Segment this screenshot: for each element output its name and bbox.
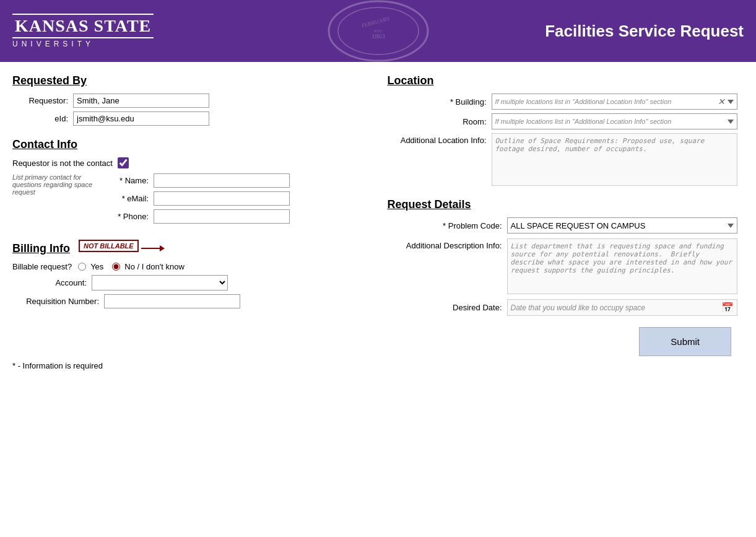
- location-title: Location: [388, 74, 738, 87]
- name-input[interactable]: [154, 173, 290, 188]
- req-num-input[interactable]: [104, 294, 240, 308]
- room-dropdown-actions: [728, 120, 734, 124]
- requestor-not-contact-row: Requestor is not the contact: [12, 157, 363, 168]
- university-logo: Kansas State UNIVERSITY: [12, 14, 154, 48]
- building-clear-icon[interactable]: ✕: [718, 97, 725, 107]
- not-billable-badge: NOT BILLABLE: [79, 240, 139, 252]
- name-label: * Name:: [93, 176, 149, 185]
- room-row: Room: If multiple locations list in "Add…: [388, 113, 738, 129]
- requestor-input[interactable]: [73, 94, 209, 108]
- desired-date-input[interactable]: Date that you would like to occupy space…: [507, 299, 738, 316]
- problem-code-label: * Problem Code:: [388, 221, 502, 230]
- phone-input[interactable]: [154, 209, 290, 224]
- svg-text:KSU: KSU: [373, 28, 382, 33]
- phone-label: * Phone:: [93, 212, 149, 221]
- building-dropdown-actions: ✕: [718, 97, 734, 107]
- page-header: Kansas State UNIVERSITY FEBRUARY 1863 KS…: [0, 0, 756, 62]
- desired-date-row: Desired Date: Date that you would like t…: [388, 299, 738, 316]
- billing-info-title: Billing Info: [12, 242, 70, 255]
- no-radio[interactable]: [112, 263, 120, 271]
- contact-note: List primary contact for questions regar…: [12, 173, 93, 196]
- room-label: Room:: [388, 117, 487, 126]
- required-note: * - Information is required: [12, 361, 737, 370]
- room-dropdown[interactable]: If multiple locations list in "Additiona…: [492, 113, 738, 129]
- building-label: * Building:: [388, 97, 487, 107]
- requisition-number-row: Requisition Number:: [12, 294, 363, 308]
- room-dropdown-arrow-icon[interactable]: [728, 120, 734, 124]
- right-column: Location * Building: If multiple locatio…: [388, 74, 738, 321]
- building-placeholder: If multiple locations list in "Additiona…: [495, 98, 718, 105]
- problem-code-arrow-icon[interactable]: [728, 224, 734, 228]
- request-details-title: Request Details: [388, 198, 738, 211]
- building-dropdown[interactable]: If multiple locations list in "Additiona…: [492, 94, 738, 110]
- yes-label: Yes: [90, 262, 103, 271]
- eid-input[interactable]: [73, 111, 209, 126]
- additional-loc-label: Additional Location Info:: [388, 133, 487, 145]
- problem-code-row: * Problem Code: ALL SPACE REQUEST ON CAM…: [388, 217, 738, 234]
- account-label: Account:: [12, 278, 87, 287]
- submit-button[interactable]: Submit: [639, 327, 731, 356]
- main-form: Requested By Requestor: eId: Contact Inf…: [0, 62, 756, 383]
- additional-desc-row: Additional Description Info: List depart…: [388, 238, 738, 294]
- phone-row: * Phone:: [93, 209, 363, 224]
- additional-desc-label: Additional Description Info:: [388, 238, 502, 250]
- problem-code-value: ALL SPACE REQUEST ON CAMPUS: [511, 221, 646, 230]
- additional-location-row: Additional Location Info: Outline of Spa…: [388, 133, 738, 186]
- logo-name: Kansas State: [12, 14, 154, 38]
- account-select[interactable]: [92, 275, 228, 290]
- email-input[interactable]: [154, 191, 290, 206]
- email-label: * eMail:: [93, 194, 149, 203]
- requestor-row: Requestor:: [12, 94, 363, 108]
- requested-by-section: Requested By Requestor: eId:: [12, 74, 363, 126]
- billing-info-section: Billing Info NOT BILLABLE Billable reque…: [12, 240, 363, 308]
- not-billable-wrapper: NOT BILLABLE: [76, 240, 165, 257]
- location-section: Location * Building: If multiple locatio…: [388, 74, 738, 186]
- seal-watermark: FEBRUARY 1863 KSU: [316, 0, 440, 62]
- contact-rows: * Name: * eMail: * Phone:: [93, 173, 363, 227]
- contact-rows-wrapper: List primary contact for questions regar…: [12, 173, 363, 227]
- arrow-tip: [160, 245, 165, 251]
- logo-university: UNIVERSITY: [12, 40, 154, 48]
- desired-date-placeholder: Date that you would like to occupy space: [511, 303, 645, 312]
- page-title: Facilities Service Request: [545, 22, 744, 41]
- yes-radio[interactable]: [78, 263, 86, 271]
- billable-request-row: Billable request? Yes No / I don't know: [12, 262, 363, 271]
- additional-desc-textarea[interactable]: List department that is requesting space…: [507, 238, 738, 294]
- additional-loc-textarea[interactable]: Outline of Space Requirements: Proposed …: [492, 133, 738, 186]
- account-row: Account:: [12, 275, 363, 290]
- problem-code-dropdown[interactable]: ALL SPACE REQUEST ON CAMPUS: [507, 217, 738, 234]
- requestor-label: Requestor:: [12, 96, 68, 105]
- desired-date-label: Desired Date:: [388, 303, 502, 312]
- requestor-not-contact-checkbox[interactable]: [118, 157, 129, 168]
- left-column: Requested By Requestor: eId: Contact Inf…: [12, 74, 363, 321]
- contact-info-title: Contact Info: [12, 138, 363, 151]
- eid-label: eId:: [12, 114, 68, 123]
- requestor-not-contact-label: Requestor is not the contact: [12, 159, 113, 168]
- no-label: No / I don't know: [124, 262, 184, 271]
- requested-by-title: Requested By: [12, 74, 363, 87]
- room-placeholder: If multiple locations list in "Additiona…: [495, 118, 728, 125]
- billable-label: Billable request?: [12, 262, 72, 271]
- eid-row: eId:: [12, 111, 363, 126]
- request-details-section: Request Details * Problem Code: ALL SPAC…: [388, 198, 738, 316]
- name-row: * Name:: [93, 173, 363, 188]
- submit-area: Submit: [12, 327, 737, 356]
- arrow-line: [141, 248, 160, 249]
- svg-text:FEBRUARY: FEBRUARY: [360, 15, 391, 28]
- email-row: * eMail:: [93, 191, 363, 206]
- calendar-icon[interactable]: 📅: [721, 302, 734, 313]
- contact-info-section: Contact Info Requestor is not the contac…: [12, 138, 363, 227]
- building-dropdown-arrow-icon[interactable]: [728, 100, 734, 104]
- req-num-label: Requisition Number:: [12, 297, 99, 306]
- building-row: * Building: If multiple locations list i…: [388, 94, 738, 110]
